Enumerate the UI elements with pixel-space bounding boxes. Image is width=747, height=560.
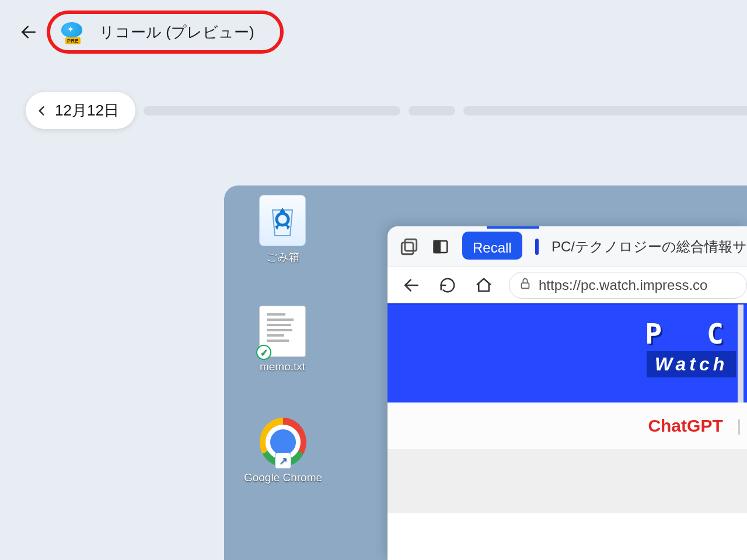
address-bar[interactable]: https://pc.watch.impress.co (509, 272, 747, 299)
app-title-highlight: ✦ PRE リコール (プレビュー) (47, 10, 284, 54)
stack-icon (399, 237, 419, 257)
snapshot-preview[interactable]: ごみ箱 ✓ memo.txt ↗ Google Chrome Recall PC… (224, 186, 747, 560)
svg-rect-5 (405, 239, 417, 251)
desktop-icon-memo[interactable]: ✓ memo.txt (242, 306, 323, 373)
tab-actions-icon[interactable] (432, 235, 449, 259)
timeline-segment[interactable] (463, 106, 747, 116)
page-body (388, 449, 747, 513)
svg-rect-7 (434, 241, 440, 253)
arrow-left-icon (402, 276, 421, 295)
recall-app-icon: ✦ PRE (61, 21, 83, 43)
browser-home-button[interactable] (473, 274, 495, 296)
window-icon (432, 238, 449, 256)
app-title: リコール (プレビュー) (99, 22, 254, 43)
sync-ok-icon: ✓ (256, 345, 271, 360)
refresh-icon (439, 276, 456, 294)
browser-tab-bar: Recall PC/テクノロジーの総合情報サ (388, 226, 747, 267)
timeline-segment[interactable] (409, 106, 455, 116)
home-icon (475, 276, 493, 294)
recall-tab[interactable]: Recall (462, 234, 522, 260)
timeline[interactable]: 12月12日 (26, 92, 747, 129)
browser-toolbar: https://pc.watch.impress.co (388, 267, 747, 303)
recycle-bin-icon (268, 203, 297, 238)
browser-refresh-button[interactable] (437, 274, 459, 296)
desktop-icon-chrome[interactable]: ↗ Google Chrome (233, 416, 333, 484)
nav-link-chatgpt[interactable]: ChatGPT (648, 416, 722, 436)
timeline-segment[interactable] (144, 106, 400, 116)
shortcut-arrow-icon: ↗ (275, 453, 291, 469)
chevron-left-icon (36, 103, 48, 119)
pcwatch-favicon (535, 239, 539, 255)
back-button[interactable] (16, 20, 41, 44)
desktop-icon-label: ごみ箱 (242, 250, 323, 265)
date-label: 12月12日 (55, 100, 119, 121)
tab-title[interactable]: PC/テクノロジーの総合情報サ (551, 237, 747, 256)
separator: | (737, 416, 741, 435)
workspaces-icon[interactable] (399, 235, 419, 259)
browser-window: Recall PC/テクノロジーの総合情報サ https://pc.watch.… (388, 226, 747, 560)
arrow-left-icon (19, 23, 38, 41)
lock-icon (519, 277, 532, 293)
svg-rect-4 (402, 242, 413, 254)
pcwatch-logo[interactable]: P C Watch (645, 317, 738, 377)
desktop-icon-label: memo.txt (242, 360, 323, 373)
site-subnav: ChatGPT | (388, 402, 747, 449)
browser-back-button[interactable] (400, 274, 423, 296)
desktop-icon-label: Google Chrome (233, 471, 333, 484)
desktop-icon-recycle-bin[interactable]: ごみ箱 (242, 195, 323, 265)
svg-rect-9 (522, 283, 529, 288)
site-banner: P C Watch (388, 303, 747, 402)
date-chip[interactable]: 12月12日 (26, 92, 135, 129)
url-text: https://pc.watch.impress.co (539, 277, 707, 293)
